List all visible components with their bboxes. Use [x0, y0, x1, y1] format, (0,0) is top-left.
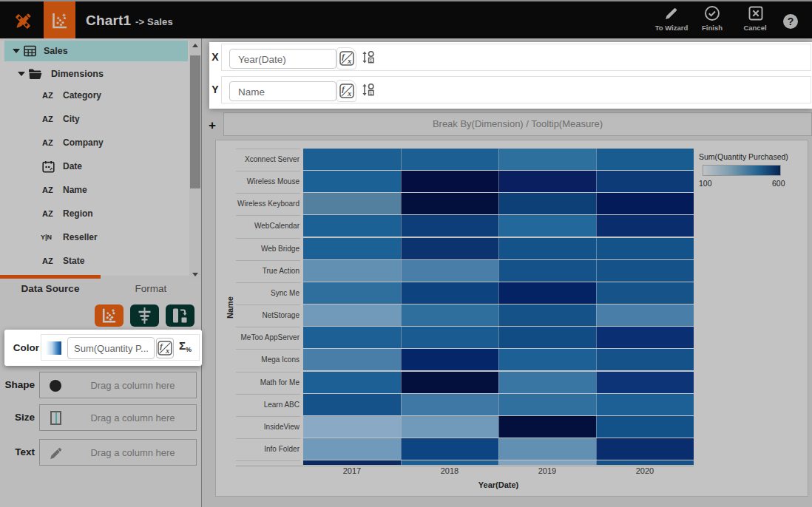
- svg-text:f: f: [342, 52, 345, 61]
- svg-text:1: 1: [370, 58, 372, 63]
- svg-text:x: x: [165, 347, 169, 355]
- svg-text:x: x: [347, 89, 351, 98]
- svg-text:1: 1: [370, 91, 372, 95]
- svg-text:f: f: [342, 85, 345, 93]
- svg-text:f: f: [160, 342, 163, 350]
- svg-text:x: x: [347, 57, 351, 65]
